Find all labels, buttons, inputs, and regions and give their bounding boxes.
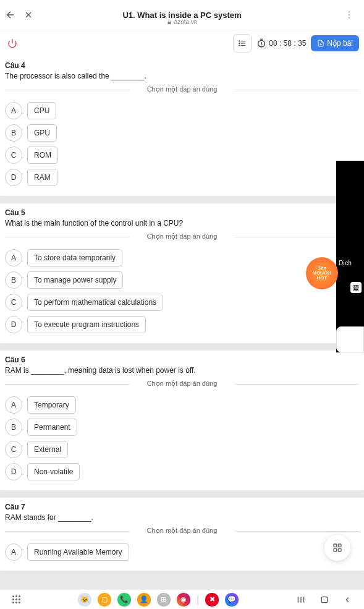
option-text[interactable]: External [27, 441, 68, 458]
option-letter[interactable]: A [5, 102, 22, 119]
back-nav-icon[interactable] [343, 595, 352, 604]
quiz-toolbar: 00 : 58 : 35 Nộp bài [0, 30, 364, 56]
question-instruction: Chọn một đáp án đúng [5, 232, 359, 241]
option-row[interactable]: ARunning Available Memory [5, 543, 359, 561]
timer-value: 00 : 58 : 35 [269, 39, 306, 48]
question-text: RAM is ________, meaning data is lost wh… [5, 366, 359, 375]
svg-rect-13 [338, 548, 341, 552]
browser-header: U1. What is inside a PC system azota.vn [0, 0, 364, 30]
option-text[interactable]: GPU [27, 124, 57, 142]
dock-app-1[interactable]: 😺 [78, 593, 91, 607]
option-text[interactable]: Temporary [27, 396, 76, 414]
option-letter[interactable]: C [5, 147, 22, 164]
option-letter[interactable]: B [5, 419, 22, 436]
timer: 00 : 58 : 35 [256, 38, 306, 48]
question-card: Câu 7RAM stands for ________.Chọn một đá… [0, 498, 364, 571]
dock-app-2[interactable]: ▢ [98, 593, 111, 607]
dock-app-4[interactable]: 👤 [137, 593, 151, 607]
svg-point-1 [349, 14, 350, 15]
dock-app-messenger[interactable]: 💬 [225, 593, 239, 607]
submit-button[interactable]: Nộp bài [311, 35, 359, 51]
option-row[interactable]: ATo store data temporarily [5, 249, 359, 266]
option-text[interactable]: ROM [27, 147, 58, 164]
voucher-badge[interactable]: Săn VOUCH HOT [306, 257, 338, 289]
dock-app-6[interactable]: ✖ [205, 593, 219, 607]
svg-point-8 [239, 45, 240, 46]
recent-apps-icon[interactable] [296, 595, 306, 605]
option-letter[interactable]: B [5, 271, 22, 289]
option-text[interactable]: To store data temporarily [27, 249, 122, 266]
dock-app-3[interactable]: 📞 [117, 593, 131, 607]
dock-app-instagram[interactable]: ◉ [177, 593, 190, 607]
svg-point-6 [239, 41, 240, 41]
option-letter[interactable]: A [5, 249, 22, 266]
picture-icon[interactable]: 🖼 [350, 282, 362, 293]
option-letter[interactable]: C [5, 294, 22, 311]
option-text[interactable]: To perform mathematical calculations [27, 294, 163, 311]
side-overlay: Dịch [336, 161, 364, 352]
svg-rect-17 [321, 597, 327, 602]
option-text[interactable]: Permanent [27, 419, 77, 436]
option-row[interactable]: CTo perform mathematical calculations [5, 294, 359, 311]
option-letter[interactable]: D [5, 169, 22, 186]
question-label: Câu 7 [5, 503, 359, 511]
option-text[interactable]: CPU [27, 102, 56, 119]
more-vert-icon[interactable] [344, 10, 354, 20]
question-text: What is the main function of the control… [5, 219, 359, 228]
option-text[interactable]: To manage power supply [27, 271, 123, 289]
svg-point-0 [349, 11, 350, 12]
back-icon[interactable] [5, 9, 16, 20]
option-row[interactable]: DTo execute program instructions [5, 316, 359, 333]
dock-app-5[interactable]: ⊞ [157, 593, 171, 607]
lock-icon [167, 20, 172, 25]
question-text: RAM stands for ________. [5, 513, 359, 522]
translate-label[interactable]: Dịch [339, 260, 352, 266]
svg-point-2 [349, 17, 350, 19]
question-instruction: Chọn một đáp án đúng [5, 85, 359, 93]
option-row[interactable]: BPermanent [5, 419, 359, 436]
svg-rect-11 [338, 544, 341, 547]
option-letter[interactable]: B [5, 124, 22, 142]
option-letter[interactable]: C [5, 441, 22, 458]
question-instruction: Chọn một đáp án đúng [5, 380, 359, 388]
grid-fab[interactable] [324, 535, 350, 561]
home-icon[interactable] [320, 595, 329, 605]
option-letter[interactable]: D [5, 316, 22, 333]
question-text: The processor is also called the _______… [5, 72, 359, 80]
overlay-white-box [336, 326, 364, 352]
question-instruction: Chọn một đáp án đúng [5, 527, 359, 535]
question-label: Câu 4 [5, 61, 359, 70]
apps-icon[interactable] [12, 595, 20, 603]
option-row[interactable]: BGPU [5, 124, 359, 142]
question-card: Câu 4The processor is also called the __… [0, 56, 364, 196]
questions-content: Câu 4The processor is also called the __… [0, 56, 364, 590]
option-letter[interactable]: A [5, 396, 22, 414]
option-row[interactable]: CROM [5, 147, 359, 164]
option-text[interactable]: RAM [27, 169, 57, 186]
question-label: Câu 6 [5, 356, 359, 364]
option-row[interactable]: DRAM [5, 169, 359, 186]
system-taskbar: 😺 ▢ 📞 👤 ⊞ ◉ | ✖ 💬 [0, 589, 364, 609]
svg-rect-12 [334, 548, 337, 552]
option-letter[interactable]: D [5, 463, 22, 480]
close-icon[interactable] [23, 10, 33, 20]
question-card: Câu 6RAM is ________, meaning data is lo… [0, 351, 364, 490]
page-url: azota.vn [167, 19, 198, 25]
submit-icon [317, 40, 324, 47]
option-row[interactable]: ATemporary [5, 396, 359, 414]
option-text[interactable]: Non-volatile [27, 463, 80, 480]
question-label: Câu 5 [5, 208, 359, 217]
option-row[interactable]: ACPU [5, 102, 359, 119]
option-text[interactable]: To execute program instructions [27, 316, 146, 333]
option-letter[interactable]: A [5, 543, 22, 561]
list-button[interactable] [233, 34, 252, 53]
stopwatch-icon [256, 38, 266, 48]
option-text[interactable]: Running Available Memory [27, 543, 129, 561]
svg-rect-10 [334, 544, 337, 547]
svg-point-7 [239, 43, 240, 43]
option-row[interactable]: CExternal [5, 441, 359, 458]
option-row[interactable]: DNon-volatile [5, 463, 359, 480]
power-icon[interactable] [7, 38, 17, 48]
